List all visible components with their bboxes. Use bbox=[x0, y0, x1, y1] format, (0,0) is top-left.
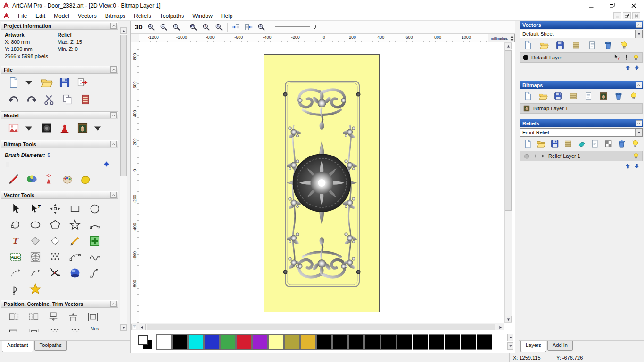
circle-tool-icon[interactable] bbox=[89, 203, 101, 215]
transform-tool-icon[interactable] bbox=[49, 203, 61, 215]
duplicate-bitmap-icon[interactable] bbox=[584, 91, 593, 101]
delete-relief-icon[interactable] bbox=[617, 139, 626, 148]
new-bitmap-layer-icon[interactable] bbox=[523, 91, 533, 101]
texture-relief-icon[interactable] bbox=[41, 122, 53, 134]
save-vectors-icon[interactable] bbox=[555, 41, 565, 50]
palette-icon[interactable] bbox=[61, 173, 74, 185]
menu-item[interactable]: Vectors bbox=[74, 12, 101, 20]
wrap-vectors-tool-icon[interactable] bbox=[29, 251, 41, 263]
vector-layer-row[interactable]: Default Layer bbox=[520, 52, 643, 63]
load-relief-icon[interactable] bbox=[8, 122, 20, 134]
move-layer-down-button[interactable] bbox=[633, 64, 640, 71]
zoom-fit-icon[interactable] bbox=[215, 23, 223, 32]
layer-visibility-icon[interactable] bbox=[632, 54, 640, 61]
stamp-tool-icon[interactable] bbox=[58, 122, 71, 134]
brush-diameter-slider[interactable] bbox=[5, 161, 98, 168]
snap-guides-icon[interactable] bbox=[244, 23, 253, 32]
text-on-curve-tool-icon[interactable]: ABC bbox=[9, 251, 22, 263]
undo-icon[interactable] bbox=[8, 93, 20, 106]
colour-swatch[interactable] bbox=[156, 334, 172, 350]
zoom-objects-icon[interactable] bbox=[257, 23, 266, 32]
colour-swatch[interactable] bbox=[364, 334, 380, 350]
text-tool-icon[interactable]: T bbox=[9, 235, 22, 247]
colour-swatch[interactable] bbox=[300, 334, 316, 350]
ruler-units-box[interactable]: millimetres bbox=[488, 34, 515, 42]
collapse-section-button[interactable] bbox=[110, 66, 117, 73]
offset-tool-icon[interactable] bbox=[29, 235, 41, 247]
colour-swatch[interactable] bbox=[413, 334, 428, 350]
menu-item[interactable]: Toolpaths bbox=[156, 12, 188, 20]
colour-swatch[interactable] bbox=[284, 334, 300, 350]
collapse-section-button[interactable] bbox=[636, 22, 642, 28]
star-tool-icon[interactable] bbox=[69, 219, 81, 231]
scroll-down-button[interactable] bbox=[120, 324, 127, 331]
import-model-icon[interactable] bbox=[76, 76, 89, 89]
colour-swatch[interactable] bbox=[396, 334, 412, 350]
cut-icon[interactable] bbox=[43, 93, 56, 106]
colour-swatch[interactable] bbox=[477, 334, 492, 350]
bitmap-preview-icon[interactable] bbox=[599, 91, 608, 101]
arc-tool-icon[interactable] bbox=[89, 219, 101, 231]
colour-swatch[interactable] bbox=[332, 334, 348, 350]
draw-tool-icon[interactable] bbox=[8, 173, 20, 185]
dropdown-arrow-icon[interactable] bbox=[23, 122, 35, 134]
colour-swatch[interactable] bbox=[188, 334, 204, 350]
colour-swatch[interactable] bbox=[380, 334, 396, 350]
close-vector-tool-icon[interactable] bbox=[9, 283, 22, 295]
snap-layer-icon[interactable] bbox=[623, 54, 630, 61]
collapse-section-button[interactable] bbox=[110, 141, 117, 147]
colour-swatch[interactable] bbox=[220, 334, 236, 350]
menu-item[interactable]: File bbox=[14, 12, 31, 20]
page-view-button[interactable] bbox=[131, 324, 138, 330]
create-star-tool-icon[interactable] bbox=[29, 283, 41, 295]
expander-icon[interactable] bbox=[541, 154, 545, 158]
zoom-in-icon[interactable] bbox=[147, 23, 156, 32]
duplicate-relief-icon[interactable] bbox=[590, 139, 599, 148]
new-relief-layer-icon[interactable] bbox=[523, 139, 532, 148]
move-layer-up-button[interactable] bbox=[624, 163, 631, 169]
scroll-up-button[interactable] bbox=[120, 27, 127, 34]
zoom-1to1-icon[interactable]: 1 bbox=[202, 23, 211, 32]
colour-swatch[interactable] bbox=[172, 334, 188, 350]
rectangle-tool-icon[interactable] bbox=[69, 203, 81, 215]
ellipse-tool-icon[interactable] bbox=[29, 219, 41, 231]
units-spinner[interactable] bbox=[509, 34, 514, 42]
palette-scroll-down-button[interactable] bbox=[507, 342, 513, 350]
menu-item[interactable]: Bitmaps bbox=[101, 12, 130, 20]
polyline-tool-icon[interactable] bbox=[9, 219, 22, 231]
node-editing-tool-icon[interactable]: T bbox=[29, 203, 41, 215]
save-model-icon[interactable] bbox=[58, 76, 71, 89]
assistant-scrollbar[interactable] bbox=[120, 27, 127, 331]
view-3d-button[interactable]: 3D bbox=[135, 24, 143, 31]
mdi-minimize-button[interactable] bbox=[613, 12, 621, 19]
trim-vectors-tool-icon[interactable] bbox=[49, 267, 61, 279]
collapse-section-button[interactable] bbox=[110, 112, 117, 118]
collapse-section-button[interactable] bbox=[636, 120, 642, 126]
move-layer-up-button[interactable] bbox=[624, 64, 631, 71]
close-button[interactable] bbox=[623, 0, 644, 11]
align-bottom-icon[interactable] bbox=[67, 311, 79, 323]
collapse-section-button[interactable] bbox=[110, 192, 117, 198]
horizontal-scrollbar[interactable] bbox=[131, 323, 504, 330]
polygon-tool-icon[interactable] bbox=[49, 219, 61, 231]
scroll-right-button[interactable] bbox=[497, 324, 504, 330]
colour-swatch[interactable] bbox=[204, 334, 220, 350]
edit-layer-icon[interactable] bbox=[613, 54, 621, 61]
colour-swatch[interactable] bbox=[429, 334, 444, 350]
scroll-up-button[interactable] bbox=[505, 43, 512, 49]
free-curve-tool-icon[interactable] bbox=[89, 251, 101, 263]
clipped-tool-icon[interactable] bbox=[49, 327, 60, 332]
fit-curve-tool-icon[interactable] bbox=[69, 251, 81, 263]
copy-icon[interactable] bbox=[61, 93, 74, 106]
paste-along-curve-tool-icon[interactable] bbox=[49, 251, 61, 263]
vector-doctor-tool-icon[interactable] bbox=[69, 267, 81, 279]
toggle-all-visibility-icon[interactable] bbox=[631, 139, 640, 148]
layer-visibility-icon[interactable] bbox=[632, 152, 640, 160]
open-bitmap-icon[interactable] bbox=[538, 91, 548, 101]
colour-swatch[interactable] bbox=[445, 334, 460, 350]
delete-layer-icon[interactable] bbox=[603, 41, 613, 50]
scroll-down-button[interactable] bbox=[505, 316, 512, 322]
snap-grid-icon[interactable] bbox=[231, 23, 240, 32]
zoom-out-icon[interactable] bbox=[159, 23, 168, 32]
slice-tool-icon[interactable] bbox=[69, 235, 81, 247]
